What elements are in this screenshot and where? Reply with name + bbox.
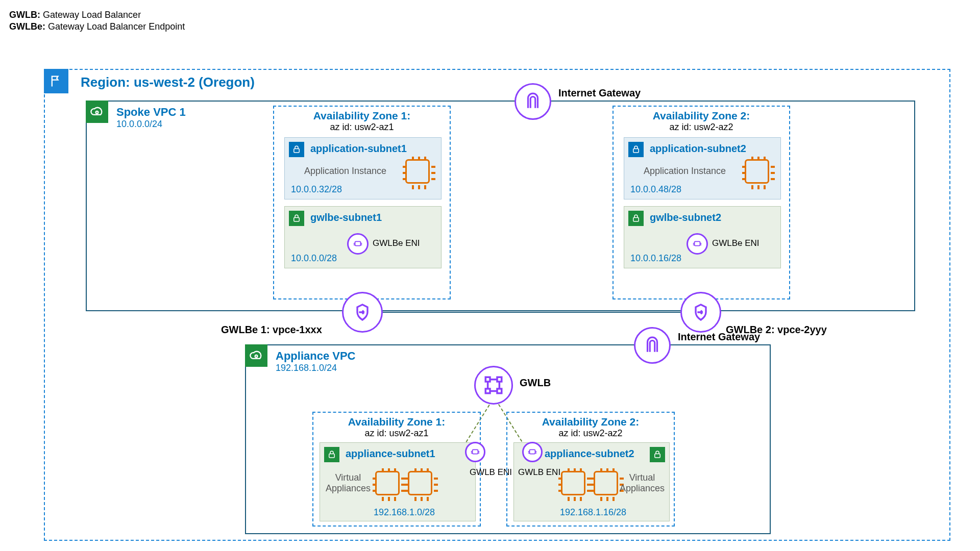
appliance-az1-title: Availability Zone 1: [313, 416, 480, 428]
internet-gateway-label: Internet Gateway [558, 87, 641, 99]
appliance-instance-icon [561, 471, 585, 495]
spoke-az1-gwlbe-subnet-name: gwlbe-subnet1 [285, 207, 441, 223]
spoke-vpc-cidr: 10.0.0.0/24 [116, 119, 162, 130]
spoke-az1: Availability Zone 1: az id: usw2-az1 app… [273, 106, 451, 299]
spoke-vpc-title: Spoke VPC 1 [116, 106, 186, 119]
svg-rect-11 [497, 389, 502, 393]
svg-rect-4 [633, 149, 639, 153]
spoke-az1-app-subnet: application-subnet1 Application Instance… [284, 137, 442, 199]
svg-rect-2 [294, 218, 300, 222]
svg-rect-3 [355, 241, 361, 245]
spoke-az2-app-cidr: 10.0.0.48/28 [630, 184, 681, 195]
appliance-az1-subnet: appliance-subnet1 Virtual Appliances GWL… [320, 442, 476, 521]
legend-gwlbe-key: GWLBe: [9, 21, 45, 32]
gwlbe-endpoint-icon [342, 292, 383, 333]
region-box: Region: us-west-2 (Oregon) Spoke VPC 1 1… [44, 69, 950, 541]
appliance-vpc: Appliance VPC 192.168.1.0/24 Internet Ga… [245, 344, 771, 534]
appliance-az1-cidr: 192.168.1.0/28 [374, 507, 435, 518]
svg-rect-10 [485, 389, 490, 393]
private-subnet-icon [650, 447, 665, 462]
appliance-az1-subnet-name: appliance-subnet1 [320, 443, 475, 460]
spoke-az2-app-subnet: application-subnet2 Application Instance… [624, 137, 781, 199]
spoke-az2-gwlbe-subnet-name: gwlbe-subnet2 [624, 207, 780, 223]
spoke-az1-app-cidr: 10.0.0.32/28 [291, 184, 342, 195]
internet-gateway-icon [634, 327, 671, 364]
spoke-az2-app-subnet-name: application-subnet2 [624, 138, 780, 155]
appliance-az2-cidr: 192.168.1.16/28 [560, 507, 626, 518]
private-subnet-icon [628, 211, 644, 226]
spoke-az1-gwlbe-cidr: 10.0.0.0/28 [291, 253, 337, 264]
appliance-instance-icon [594, 471, 618, 495]
svg-point-7 [255, 355, 258, 358]
spoke-az2-title: Availability Zone 2: [614, 110, 789, 122]
spoke-az2-gwlbe-subnet: gwlbe-subnet2 GWLBe ENI 10.0.0.16/28 [624, 206, 781, 268]
ec2-instance-icon [405, 159, 430, 184]
spoke-az2-id: az id: usw2-az2 [614, 122, 789, 133]
svg-rect-9 [497, 377, 502, 382]
appliance-instance-icon [408, 471, 432, 495]
region-title: Region: us-west-2 (Oregon) [81, 74, 255, 90]
appliance-az2-va-label: Virtual Appliances [619, 472, 665, 494]
gwlbe-eni-icon [347, 233, 369, 255]
svg-rect-13 [473, 449, 478, 454]
gwlb-eni-icon [522, 442, 543, 462]
appliance-az2-title: Availability Zone 2: [507, 416, 674, 428]
appliance-az1-id: az id: usw2-az1 [313, 428, 480, 439]
svg-rect-14 [655, 454, 660, 458]
gwlb-icon [474, 366, 513, 405]
spoke-az1-app-subnet-name: application-subnet1 [285, 138, 441, 155]
spoke-az1-title: Availability Zone 1: [274, 110, 450, 122]
public-subnet-icon [289, 142, 304, 157]
spoke-az1-id: az id: usw2-az1 [274, 122, 450, 133]
spoke-az2: Availability Zone 2: az id: usw2-az2 app… [612, 106, 790, 299]
region-flag-icon [44, 69, 68, 93]
svg-point-0 [96, 111, 99, 114]
appliance-az2-id: az id: usw2-az2 [507, 428, 674, 439]
internet-gateway-label-2: Internet Gateway [678, 331, 760, 343]
appliance-az1-va-label: Virtual Appliances [325, 472, 371, 494]
connector [383, 312, 680, 313]
svg-rect-6 [695, 241, 700, 245]
spoke-az1-gwlbe-subnet: gwlbe-subnet1 GWLBe ENI 10.0.0.0/28 [284, 206, 442, 268]
appliance-az1-eni-label: GWLB ENI [470, 467, 512, 478]
svg-rect-8 [485, 377, 490, 382]
legend: GWLB: Gateway Load Balancer GWLBe: Gatew… [9, 9, 185, 33]
legend-gwlbe-val: Gateway Load Balancer Endpoint [48, 21, 185, 32]
spoke-az1-app-instance-label: Application Instance [304, 166, 386, 177]
svg-rect-15 [530, 449, 535, 454]
gwlbe-eni-icon [687, 233, 708, 255]
gwlb-label: GWLB [520, 377, 551, 389]
appliance-vpc-title: Appliance VPC [276, 349, 355, 363]
spoke-vpc: Spoke VPC 1 10.0.0.0/24 Internet Gateway… [86, 101, 915, 311]
public-subnet-icon [628, 142, 644, 157]
appliance-az2: Availability Zone 2: az id: usw2-az2 app… [506, 412, 675, 527]
appliance-az2-eni-label: GWLB ENI [518, 467, 560, 478]
appliance-vpc-cidr: 192.168.1.0/24 [276, 363, 337, 373]
legend-gwlb-val: Gateway Load Balancer [43, 10, 141, 20]
appliance-az1: Availability Zone 1: az id: usw2-az1 app… [312, 412, 481, 527]
ec2-instance-icon [745, 159, 769, 184]
gwlb-eni-icon [465, 442, 485, 462]
vpc-icon [86, 101, 108, 123]
svg-rect-12 [329, 454, 335, 458]
internet-gateway-icon [514, 83, 551, 120]
svg-rect-5 [633, 218, 639, 222]
appliance-instance-icon [375, 471, 400, 495]
appliance-az2-subnet: appliance-subnet2 GWLB ENI Virtual Appli… [513, 442, 670, 521]
private-subnet-icon [289, 211, 304, 226]
spoke-az2-gwlbe-cidr: 10.0.0.16/28 [630, 253, 681, 264]
legend-gwlb-key: GWLB: [9, 10, 40, 20]
spoke-az2-gwlbe-eni-label: GWLBe ENI [712, 238, 760, 248]
spoke-az1-gwlbe-eni-label: GWLBe ENI [373, 238, 420, 248]
svg-rect-1 [294, 149, 300, 153]
private-subnet-icon [324, 447, 339, 462]
gwlbe-endpoint-icon [680, 292, 721, 333]
spoke-az2-app-instance-label: Application Instance [644, 166, 726, 177]
vpc-icon [245, 344, 267, 367]
gwlbe1-label: GWLBe 1: vpce-1xxx [221, 324, 322, 336]
